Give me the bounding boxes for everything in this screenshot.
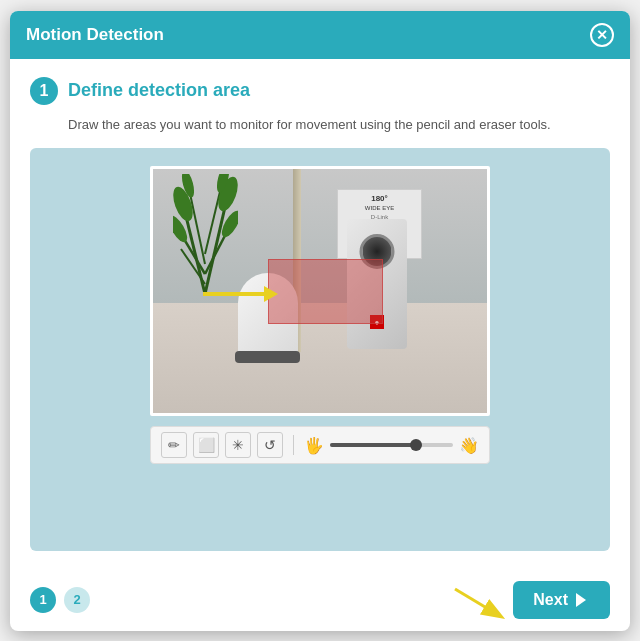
eraser-tool-button[interactable]: ⬜ [193,432,219,458]
sensitivity-slider[interactable]: 🖐 👋 [304,436,479,455]
camera-area: 180° WIDE EYE D-Link ● [30,148,610,551]
step-title: Define detection area [68,80,250,101]
step-header: 1 Define detection area [30,77,610,105]
toolbar-separator [293,435,294,455]
sensitivity-high-icon: 👋 [459,436,479,455]
step-number: 1 [30,77,58,105]
page-2-dot[interactable]: 2 [64,587,90,613]
detection-overlay[interactable] [268,259,383,324]
slider-track[interactable] [330,443,453,447]
detection-arrow [203,286,278,302]
motion-detection-dialog: Motion Detection ✕ 1 Define detection ar… [10,11,630,631]
next-button-area: Next [513,581,610,619]
cam-label-180: 180° [342,194,417,203]
camera-view[interactable]: 180° WIDE EYE D-Link ● [150,166,490,416]
pencil-tool-button[interactable]: ✏ [161,432,187,458]
sensitivity-low-icon: 🖐 [304,436,324,455]
pagination: 1 2 [30,587,90,613]
drawing-toolbar: ✏ ⬜ ✳ ↺ 🖐 👋 [150,426,490,464]
slider-fill [330,443,416,447]
next-button-label: Next [533,591,568,609]
page-1-dot[interactable]: 1 [30,587,56,613]
yellow-arrow-indicator [450,584,510,624]
cam-label-wide: WIDE EYE [342,205,417,211]
svg-line-13 [455,589,500,616]
next-button-arrow-icon [576,593,586,607]
next-button[interactable]: Next [513,581,610,619]
wand-tool-button[interactable]: ✳ [225,432,251,458]
dialog-header: Motion Detection ✕ [10,11,630,59]
dialog-body: 1 Define detection area Draw the areas y… [10,59,630,569]
dialog-title: Motion Detection [26,25,164,45]
dialog-footer: 1 2 Next [10,569,630,631]
close-button[interactable]: ✕ [590,23,614,47]
undo-tool-button[interactable]: ↺ [257,432,283,458]
slider-thumb [410,439,422,451]
step-description: Draw the areas you want to monitor for m… [68,115,610,135]
